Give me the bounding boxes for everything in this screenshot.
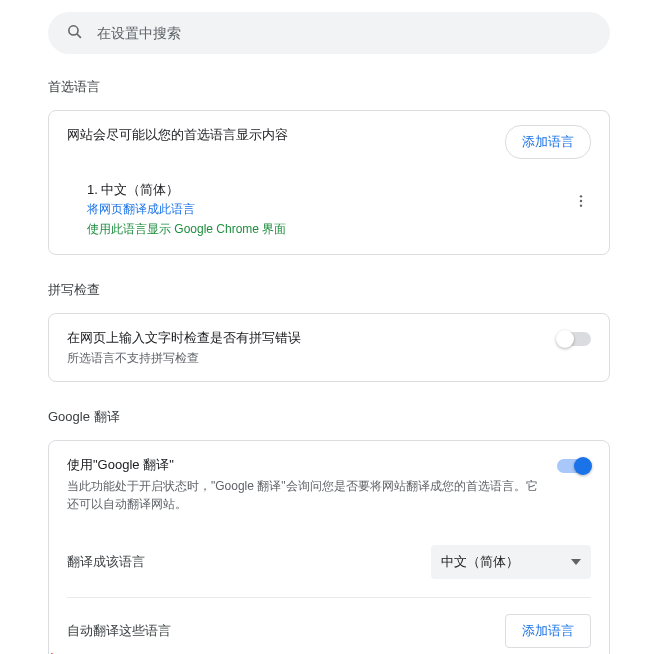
use-translate-row-title: 使用"Google 翻译" [67,455,545,475]
spellcheck-row-title: 在网页上输入文字时检查是否有拼写错误 [67,328,545,348]
preferred-languages-card: 网站会尽可能以您的首选语言显示内容 添加语言 1. 中文（简体） 将网页翻译成此… [48,110,610,255]
spellcheck-toggle[interactable] [557,332,591,346]
preferred-language-name: 1. 中文（简体） [87,181,591,199]
auto-translate-label: 自动翻译这些语言 [67,622,171,640]
search-icon [66,23,83,43]
spellcheck-card: 在网页上输入文字时检查是否有拼写错误 所选语言不支持拼写检查 [48,313,610,383]
svg-line-1 [77,34,81,38]
translate-to-this-language-link[interactable]: 将网页翻译成此语言 [87,199,591,219]
target-language-value: 中文（简体） [441,553,519,571]
add-preferred-language-button[interactable]: 添加语言 [505,125,591,159]
add-auto-translate-language-button[interactable]: 添加语言 [505,614,591,648]
spellcheck-title: 拼写检查 [48,281,610,299]
preferred-desc: 网站会尽可能以您的首选语言显示内容 [67,125,493,145]
settings-search-bar[interactable] [48,12,610,54]
use-for-chrome-ui-link[interactable]: 使用此语言显示 Google Chrome 界面 [87,219,591,239]
svg-point-4 [580,204,582,206]
search-input[interactable] [97,25,592,41]
svg-point-3 [580,200,582,202]
chevron-down-icon [571,559,581,565]
preferred-languages-title: 首选语言 [48,78,610,96]
svg-point-2 [580,195,582,197]
svg-point-0 [69,26,78,35]
google-translate-card: 使用"Google 翻译" 当此功能处于开启状态时，"Google 翻译"会询问… [48,440,610,654]
preferred-language-item: 1. 中文（简体） 将网页翻译成此语言 使用此语言显示 Google Chrom… [49,173,609,254]
target-language-label: 翻译成该语言 [67,553,145,571]
use-translate-toggle[interactable] [557,459,591,473]
target-language-select[interactable]: 中文（简体） [431,545,591,579]
use-translate-row-desc: 当此功能处于开启状态时，"Google 翻译"会询问您是否要将网站翻译成您的首选… [67,477,545,513]
language-more-menu-button[interactable] [567,187,595,215]
spellcheck-row-desc: 所选语言不支持拼写检查 [67,349,545,367]
more-vert-icon [573,193,589,209]
google-translate-title: Google 翻译 [48,408,610,426]
